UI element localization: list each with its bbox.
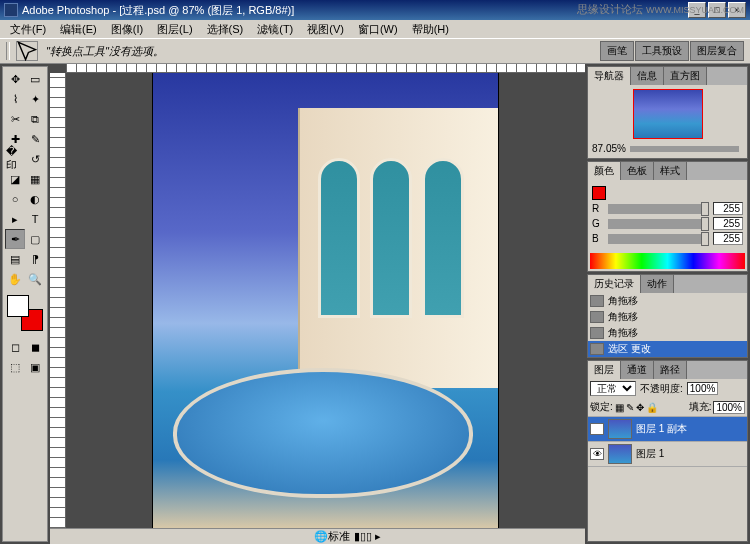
fill-label: 填充: (689, 400, 712, 414)
menubar: 文件(F) 编辑(E) 图像(I) 图层(L) 选择(S) 滤镜(T) 视图(V… (0, 20, 750, 38)
tab-styles[interactable]: 样式 (654, 162, 687, 180)
layer-name[interactable]: 图层 1 副本 (636, 422, 687, 436)
blur-tool[interactable]: ○ (5, 189, 25, 209)
canvas[interactable] (66, 73, 585, 528)
tab-actions[interactable]: 动作 (641, 275, 674, 293)
r-slider[interactable] (608, 204, 709, 214)
blend-mode-select[interactable]: 正常 (590, 381, 636, 396)
standard-mode-icon[interactable]: ◻ (5, 337, 25, 357)
lasso-tool[interactable]: ⌇ (5, 89, 25, 109)
g-value[interactable]: 255 (713, 217, 743, 230)
color-swatches[interactable] (5, 293, 45, 333)
dodge-tool[interactable]: ◐ (25, 189, 45, 209)
layer-thumb (608, 419, 632, 439)
history-step-icon (590, 327, 604, 339)
b-slider[interactable] (608, 234, 709, 244)
current-tool-icon[interactable] (16, 41, 38, 61)
ruler-horizontal[interactable] (66, 64, 585, 73)
options-hint: "转换点工具"没有选项。 (46, 44, 164, 59)
history-step-icon (590, 311, 604, 323)
opacity-label: 不透明度: (640, 382, 683, 396)
brush-tool[interactable]: ✎ (25, 129, 45, 149)
history-item[interactable]: 角拖移 (588, 325, 747, 341)
lock-label: 锁定: (590, 400, 613, 414)
menu-layer[interactable]: 图层(L) (151, 21, 198, 38)
options-bar: "转换点工具"没有选项。 画笔 工具预设 图层复合 (0, 38, 750, 64)
menu-window[interactable]: 窗口(W) (352, 21, 404, 38)
fg-color-swatch[interactable] (7, 295, 29, 317)
well-tab-brushes[interactable]: 画笔 (600, 41, 634, 61)
history-item[interactable]: 选区 更改 (588, 341, 747, 357)
tab-history[interactable]: 历史记录 (588, 275, 641, 293)
menu-filter[interactable]: 滤镜(T) (251, 21, 299, 38)
history-item[interactable]: 角拖移 (588, 309, 747, 325)
text-tool[interactable]: T (25, 209, 45, 229)
layer-item[interactable]: 👁 图层 1 副本 (588, 417, 747, 442)
tab-layers[interactable]: 图层 (588, 361, 621, 379)
menu-image[interactable]: 图像(I) (105, 21, 149, 38)
toolbox: ✥▭ ⌇✦ ✂⧉ ✚✎ �印↺ ◪▦ ○◐ ▸T ✒▢ ▤⁋ ✋🔍 ◻◼ ⬚▣ (2, 66, 48, 542)
title-text: Adobe Photoshop - [过程.psd @ 87% (图层 1, R… (22, 3, 294, 18)
quickmask-mode-icon[interactable]: ◼ (25, 337, 45, 357)
stamp-tool[interactable]: �印 (5, 149, 25, 169)
path-tool[interactable]: ▸ (5, 209, 25, 229)
lock-transparent-icon[interactable]: ▦ (615, 402, 624, 413)
wand-tool[interactable]: ✦ (25, 89, 45, 109)
well-tab-presets[interactable]: 工具预设 (635, 41, 689, 61)
img-pool (173, 368, 473, 498)
visibility-icon[interactable]: 👁 (590, 423, 604, 435)
history-item[interactable]: 角拖移 (588, 293, 747, 309)
color-spectrum[interactable] (590, 253, 745, 269)
screen-mode-2-icon[interactable]: ▣ (25, 357, 45, 377)
zoom-tool[interactable]: 🔍 (25, 269, 45, 289)
crop-tool[interactable]: ✂ (5, 109, 25, 129)
eyedropper-tool[interactable]: ⁋ (25, 249, 45, 269)
fill-value[interactable]: 100% (713, 401, 745, 414)
lock-paint-icon[interactable]: ✎ (626, 402, 634, 413)
tab-histogram[interactable]: 直方图 (664, 67, 707, 85)
tab-color[interactable]: 颜色 (588, 162, 621, 180)
menu-view[interactable]: 视图(V) (301, 21, 350, 38)
status-mode: 标准 (328, 529, 350, 544)
well-tab-comps[interactable]: 图层复合 (690, 41, 744, 61)
history-panel: 历史记录 动作 角拖移 角拖移 角拖移 选区 更改 (587, 274, 748, 358)
lock-all-icon[interactable]: 🔒 (646, 402, 658, 413)
notes-tool[interactable]: ▤ (5, 249, 25, 269)
gradient-tool[interactable]: ▦ (25, 169, 45, 189)
color-preview[interactable] (592, 186, 606, 200)
layer-item[interactable]: 👁 图层 1 (588, 442, 747, 467)
eraser-tool[interactable]: ◪ (5, 169, 25, 189)
b-value[interactable]: 255 (713, 232, 743, 245)
ruler-vertical[interactable] (50, 73, 66, 528)
nav-zoom-value[interactable]: 87.05% (592, 143, 626, 154)
lock-move-icon[interactable]: ✥ (636, 402, 644, 413)
menu-help[interactable]: 帮助(H) (406, 21, 455, 38)
tab-paths[interactable]: 路径 (654, 361, 687, 379)
marquee-tool[interactable]: ▭ (25, 69, 45, 89)
visibility-icon[interactable]: 👁 (590, 448, 604, 460)
tab-navigator[interactable]: 导航器 (588, 67, 631, 85)
hand-tool[interactable]: ✋ (5, 269, 25, 289)
tab-swatches[interactable]: 色板 (621, 162, 654, 180)
pen-tool[interactable]: ✒ (5, 229, 25, 249)
r-value[interactable]: 255 (713, 202, 743, 215)
move-tool[interactable]: ✥ (5, 69, 25, 89)
history-brush-tool[interactable]: ↺ (25, 149, 45, 169)
screen-mode-1-icon[interactable]: ⬚ (5, 357, 25, 377)
tab-channels[interactable]: 通道 (621, 361, 654, 379)
layer-name[interactable]: 图层 1 (636, 447, 664, 461)
nav-zoom-slider[interactable] (630, 146, 739, 152)
document-image (153, 73, 498, 528)
history-step-icon (590, 295, 604, 307)
slice-tool[interactable]: ⧉ (25, 109, 45, 129)
opacity-value[interactable]: 100% (687, 382, 719, 395)
tab-info[interactable]: 信息 (631, 67, 664, 85)
g-slider[interactable] (608, 219, 709, 229)
menu-file[interactable]: 文件(F) (4, 21, 52, 38)
navigator-thumb[interactable] (633, 89, 703, 139)
grip-icon[interactable] (6, 42, 10, 60)
menu-select[interactable]: 选择(S) (201, 21, 250, 38)
menu-edit[interactable]: 编辑(E) (54, 21, 103, 38)
shape-tool[interactable]: ▢ (25, 229, 45, 249)
history-step-icon (590, 343, 604, 355)
